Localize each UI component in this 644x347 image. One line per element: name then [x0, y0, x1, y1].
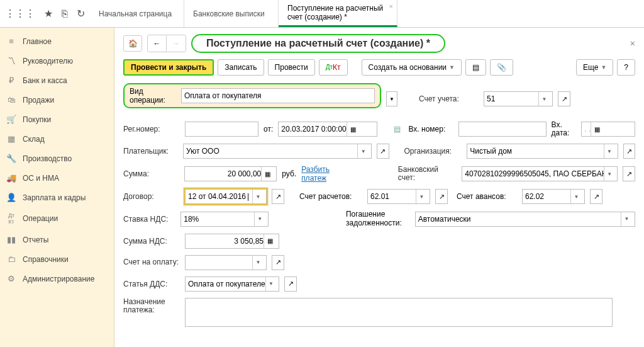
sidebar-item-operations[interactable]: ДтКтОперации [0, 207, 114, 230]
post-button[interactable]: Провести [268, 59, 315, 76]
settle-select[interactable]: 62.01▼ [367, 189, 430, 204]
bank-open-button[interactable]: ↗ [623, 166, 635, 181]
bag-icon: 🛍 [6, 95, 16, 105]
forward-button[interactable]: → [167, 35, 186, 52]
home-button[interactable]: 🏠 [123, 35, 142, 52]
purpose-textarea[interactable] [185, 298, 613, 327]
sidebar-item-reports[interactable]: ▮▮Отчеты [0, 230, 114, 249]
debt-select[interactable]: Автоматически▼ [415, 212, 635, 227]
tab-home[interactable]: Начальная страница [90, 0, 184, 27]
sidebar-item-catalogs[interactable]: 🗀Справочники [0, 249, 114, 269]
grid-icon: ▦ [6, 134, 16, 144]
more-button[interactable]: Еще▼ [576, 59, 613, 76]
org-label: Организация: [404, 147, 462, 156]
vat-sum-input[interactable]: 3 050,85▦ [185, 234, 279, 249]
from-date-input[interactable]: 20.03.2017 0:00:00▦ [278, 122, 377, 137]
payer-open-button[interactable]: ↗ [377, 144, 389, 159]
tab-bar: Начальная страница Банковские выписки По… [90, 0, 397, 27]
sidebar-item-manager[interactable]: 〽Руководителю [0, 51, 114, 71]
sidebar-item-production[interactable]: 🔧Производство [0, 149, 114, 168]
sidebar-item-hr[interactable]: 👤Зарплата и кадры [0, 188, 114, 207]
calc-icon[interactable]: ▦ [261, 167, 274, 181]
calendar-icon[interactable]: ▦ [347, 122, 359, 136]
dds-select[interactable]: Оплата от покупателей▼ [185, 276, 279, 292]
close-icon[interactable]: × [630, 38, 635, 48]
from-label: от: [264, 125, 273, 134]
contract-open-button[interactable]: ↗ [272, 189, 284, 204]
currency-label: руб. [282, 169, 296, 178]
split-payment-link[interactable]: Разбить платеж [301, 165, 356, 183]
history-icon[interactable]: ↻ [77, 8, 85, 20]
back-button[interactable]: ← [148, 35, 167, 52]
sidebar-item-bank[interactable]: ₽Банк и касса [0, 71, 114, 90]
account-open-button[interactable]: ↗ [558, 91, 570, 106]
vat-rate-label: Ставка НДС: [123, 215, 175, 224]
payer-select[interactable]: Уют ООО▼ [183, 144, 372, 159]
indate-input[interactable]: . .▦ [581, 122, 635, 137]
calendar-icon-2[interactable]: ▦ [591, 122, 603, 136]
save-button[interactable]: Записать [218, 59, 264, 76]
sidebar-item-sales[interactable]: 🛍Продажи [0, 90, 114, 110]
sidebar-item-main[interactable]: ≡Главное [0, 31, 114, 51]
vat-sum-label: Сумма НДС: [123, 237, 180, 246]
create-based-button[interactable]: Создать на основании▼ [362, 59, 462, 76]
operation-type-label: Вид операции: [130, 87, 175, 105]
cart-icon: 🛒 [6, 115, 16, 124]
sidebar: ≡Главное 〽Руководителю ₽Банк и касса 🛍Пр… [0, 28, 114, 347]
contract-label: Договор: [123, 192, 180, 201]
regnum-label: Рег.номер: [123, 125, 180, 134]
folder-icon: 🗀 [6, 254, 16, 264]
post-and-close-button[interactable]: Провести и закрыть [123, 59, 214, 76]
invoice-select[interactable]: ▼ [185, 255, 267, 270]
advance-label: Счет авансов: [457, 192, 517, 201]
tab-close-icon[interactable]: × [389, 3, 393, 10]
sum-input[interactable]: 20 000,00▦ [184, 166, 277, 181]
operation-type-select[interactable]: Оплата от покупателя [181, 88, 375, 103]
menu-icon: ≡ [6, 37, 16, 46]
payer-label: Плательщик: [123, 147, 178, 156]
advance-open-button[interactable]: ↗ [590, 189, 602, 204]
account-select[interactable]: 51▼ [484, 91, 553, 106]
sidebar-item-purchases[interactable]: 🛒Покупки [0, 110, 114, 129]
account-label: Счет учета: [419, 94, 479, 103]
sidebar-item-stock[interactable]: ▦Склад [0, 129, 114, 149]
help-button[interactable]: ? [617, 59, 635, 76]
calc-icon-2[interactable]: ▦ [264, 234, 276, 248]
tab-bank-statements[interactable]: Банковские выписки [184, 0, 279, 27]
person-icon: 👤 [6, 193, 16, 202]
vat-rate-select[interactable]: 18%▼ [180, 212, 268, 227]
tab-receipt-create[interactable]: Поступление на расчетный счет (создание)… [279, 0, 397, 27]
gear-icon: ⚙ [6, 274, 16, 283]
attach-button[interactable]: 📎 [490, 59, 513, 76]
star-icon[interactable]: ★ [44, 8, 53, 20]
page-title: Поступление на расчетный счет (создание)… [191, 34, 445, 53]
contract-select[interactable]: 12 от 04.04.2016|▼ [185, 189, 267, 204]
truck-icon: 🚚 [6, 173, 16, 183]
doc-button[interactable]: ▤ [465, 59, 486, 76]
sidebar-item-admin[interactable]: ⚙Администрирование [0, 269, 114, 288]
apps-icon[interactable]: ⋮⋮⋮ [5, 8, 35, 20]
org-select[interactable]: Чистый дом▼ [467, 144, 618, 159]
invoice-open-button[interactable]: ↗ [272, 255, 284, 270]
operation-type-dropdown[interactable]: ▼ [386, 91, 397, 106]
innum-label: Вх. номер: [408, 125, 453, 134]
invoice-label: Счет на оплату: [123, 258, 180, 266]
chart-icon: 〽 [6, 56, 16, 65]
top-icon-group: ⋮⋮⋮ ★ ⎘ ↻ [0, 0, 90, 27]
advance-select[interactable]: 62.02▼ [522, 189, 585, 204]
org-open-button[interactable]: ↗ [623, 144, 635, 159]
regnum-input[interactable] [185, 122, 258, 137]
clip-icon[interactable]: ⎘ [62, 8, 68, 20]
top-toolbar: ⋮⋮⋮ ★ ⎘ ↻ Начальная страница Банковские … [0, 0, 644, 28]
dtkt-icon: ДтКт [6, 212, 16, 225]
settle-open-button[interactable]: ↗ [435, 189, 448, 204]
settle-label: Счет расчетов: [299, 192, 362, 201]
indate-label: Вх. дата: [552, 121, 577, 137]
purpose-label: Назначение платежа: [123, 298, 180, 314]
dds-open-button[interactable]: ↗ [284, 276, 297, 292]
ruble-icon: ₽ [6, 76, 16, 85]
sidebar-item-assets[interactable]: 🚚ОС и НМА [0, 168, 114, 188]
bank-select[interactable]: 40702810299996505045, ПАО СБЕРБАНК▼ [462, 166, 618, 181]
dtkt-button[interactable]: ДтКт [319, 59, 348, 76]
innum-input[interactable] [458, 122, 546, 137]
